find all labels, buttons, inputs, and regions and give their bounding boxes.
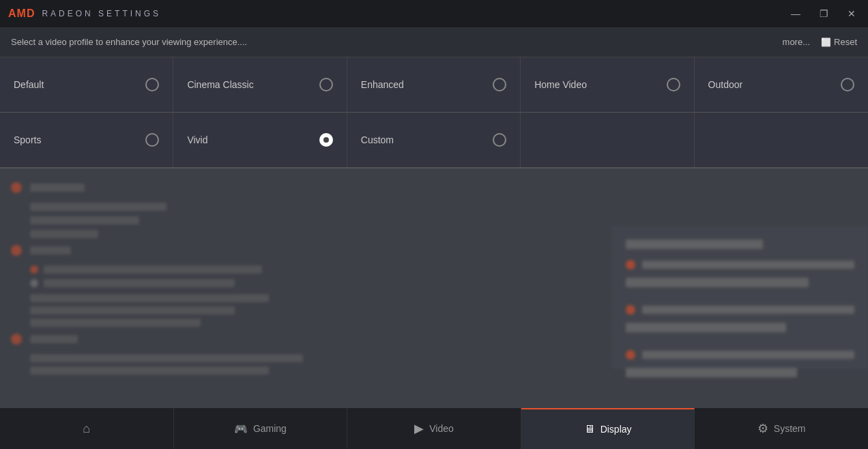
profile-vivid-label: Vivid [187, 134, 207, 145]
titlebar: AMD RADEON SETTINGS — ❐ ✕ [0, 0, 868, 27]
bottom-nav: ⌂ 🎮 Gaming ▶ Video 🖥 Display ⚙ System [0, 408, 868, 449]
profile-outdoor-radio[interactable] [841, 78, 854, 91]
maximize-button[interactable]: ❐ [815, 7, 833, 20]
nav-video-label: Video [429, 423, 454, 434]
home-icon: ⌂ [83, 422, 90, 436]
profile-row-1: Default Cinema Classic Enhanced Home Vid… [0, 57, 868, 113]
nav-gaming[interactable]: 🎮 Gaming [174, 408, 348, 449]
profile-outdoor[interactable]: Outdoor [695, 57, 868, 112]
topbar-actions: more... ⬜ Reset [783, 37, 857, 47]
window-controls: — ❐ ✕ [787, 7, 860, 20]
profile-sports-label: Sports [14, 134, 41, 145]
display-icon: 🖥 [584, 423, 595, 435]
topbar: Select a video profile to enhance your v… [0, 27, 868, 57]
topbar-description: Select a video profile to enhance your v… [11, 37, 247, 47]
background-content [0, 169, 601, 388]
profile-default-label: Default [14, 79, 44, 90]
profile-home-video-radio[interactable] [667, 78, 680, 91]
profile-default-radio[interactable] [145, 78, 159, 91]
right-panel [612, 226, 868, 369]
reset-icon: ⬜ [821, 38, 831, 47]
profile-custom-radio[interactable] [493, 133, 506, 147]
reset-button[interactable]: ⬜ Reset [821, 37, 857, 47]
profile-enhanced-label: Enhanced [361, 79, 404, 90]
profile-sports-radio[interactable] [145, 133, 159, 147]
reset-label: Reset [834, 37, 857, 47]
profile-empty-1 [521, 113, 694, 167]
profile-vivid-radio[interactable] [319, 133, 333, 147]
profile-custom-label: Custom [361, 134, 394, 145]
profile-home-video[interactable]: Home Video [521, 57, 694, 112]
titlebar-left: AMD RADEON SETTINGS [8, 8, 161, 20]
profile-enhanced[interactable]: Enhanced [347, 57, 521, 112]
close-button[interactable]: ✕ [843, 7, 860, 20]
nav-gaming-label: Gaming [253, 423, 287, 434]
nav-display-label: Display [601, 424, 632, 435]
profile-cinema-classic-radio[interactable] [319, 78, 333, 91]
profile-sports[interactable]: Sports [0, 113, 173, 167]
system-icon: ⚙ [757, 421, 768, 436]
profile-home-video-label: Home Video [534, 79, 587, 90]
profile-default[interactable]: Default [0, 57, 173, 112]
minimize-button[interactable]: — [787, 7, 805, 20]
nav-display[interactable]: 🖥 Display [521, 408, 695, 449]
nav-video[interactable]: ▶ Video [347, 408, 521, 449]
app-title: RADEON SETTINGS [42, 9, 161, 18]
profile-enhanced-radio[interactable] [493, 78, 506, 91]
profile-custom[interactable]: Custom [347, 113, 521, 167]
profile-cinema-classic-label: Cinema Classic [187, 79, 253, 90]
profile-outdoor-label: Outdoor [708, 79, 743, 90]
profile-vivid[interactable]: Vivid [173, 113, 347, 167]
profile-empty-2 [695, 113, 868, 167]
amd-logo: AMD [8, 8, 35, 20]
more-button[interactable]: more... [783, 37, 810, 47]
gaming-icon: 🎮 [234, 422, 248, 435]
video-icon: ▶ [414, 421, 424, 436]
nav-system[interactable]: ⚙ System [695, 408, 868, 449]
profile-cinema-classic[interactable]: Cinema Classic [173, 57, 347, 112]
nav-system-label: System [774, 423, 806, 434]
nav-home[interactable]: ⌂ [0, 408, 174, 449]
profile-row-2: Sports Vivid Custom [0, 113, 868, 169]
